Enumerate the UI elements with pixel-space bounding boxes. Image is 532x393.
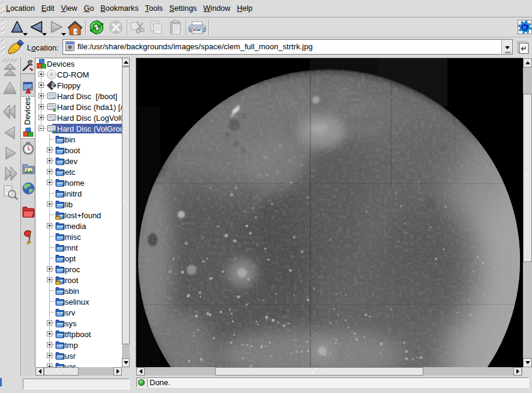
svg-text:K: K [523, 24, 527, 31]
